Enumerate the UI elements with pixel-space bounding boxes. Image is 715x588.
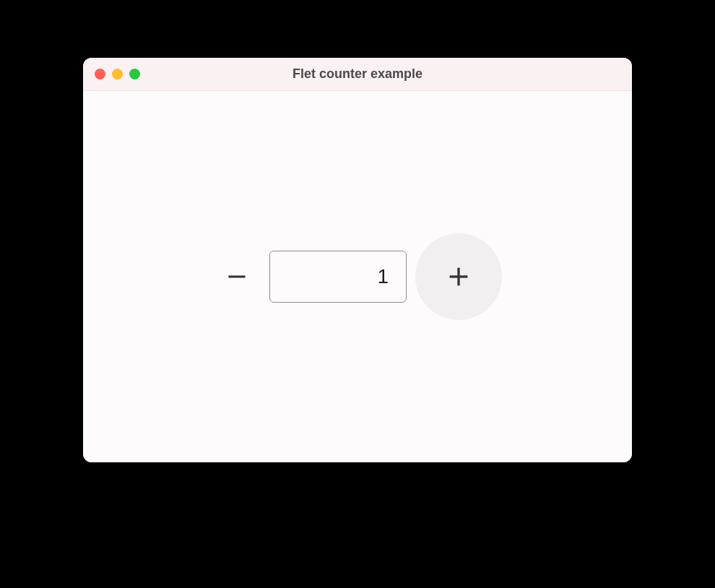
window-body (83, 91, 632, 462)
plus-icon (447, 265, 470, 288)
maximize-window-button[interactable] (129, 69, 140, 79)
app-window: Flet counter example (83, 58, 632, 462)
window-title: Flet counter example (292, 66, 422, 82)
minus-icon (226, 266, 248, 287)
increment-button[interactable] (415, 233, 502, 320)
decrement-button[interactable] (213, 253, 261, 301)
counter-value-input[interactable] (269, 251, 407, 303)
close-window-button[interactable] (95, 69, 105, 79)
minimize-window-button[interactable] (112, 69, 123, 79)
traffic-lights (95, 69, 140, 79)
counter-row (213, 233, 502, 320)
titlebar: Flet counter example (83, 58, 632, 91)
